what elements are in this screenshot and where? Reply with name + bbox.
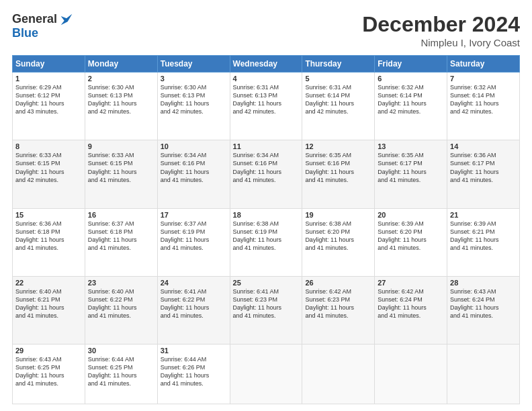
col-thursday: Thursday xyxy=(302,56,375,73)
header: General Blue December 2024 Nimpleu I, Iv… xyxy=(12,12,520,48)
day-number: 9 xyxy=(88,142,154,150)
day-number: 8 xyxy=(15,142,82,150)
location: Nimpleu I, Ivory Coast xyxy=(362,37,520,48)
table-row: 28Sunrise: 6:43 AMSunset: 6:24 PMDayligh… xyxy=(447,276,520,344)
table-row: 22Sunrise: 6:40 AMSunset: 6:21 PMDayligh… xyxy=(13,276,85,344)
table-row xyxy=(375,345,447,404)
logo-bird-icon xyxy=(60,13,73,26)
table-row: 9Sunrise: 6:33 AMSunset: 6:15 PMDaylight… xyxy=(85,140,157,208)
col-sunday: Sunday xyxy=(13,56,85,73)
day-info: Sunrise: 6:44 AMSunset: 6:26 PMDaylight:… xyxy=(161,355,227,388)
col-monday: Monday xyxy=(85,56,157,73)
day-number: 15 xyxy=(15,211,82,219)
day-info: Sunrise: 6:31 AMSunset: 6:13 PMDaylight:… xyxy=(233,83,300,116)
calendar-table: Sunday Monday Tuesday Wednesday Thursday… xyxy=(12,55,520,404)
table-row: 7Sunrise: 6:32 AMSunset: 6:14 PMDaylight… xyxy=(447,73,520,140)
day-info: Sunrise: 6:36 AMSunset: 6:17 PMDaylight:… xyxy=(450,151,517,184)
col-saturday: Saturday xyxy=(447,56,520,73)
day-info: Sunrise: 6:35 AMSunset: 6:17 PMDaylight:… xyxy=(378,151,444,184)
table-row: 19Sunrise: 6:38 AMSunset: 6:20 PMDayligh… xyxy=(302,208,375,276)
day-number: 24 xyxy=(161,279,227,287)
day-number: 23 xyxy=(88,279,154,287)
day-info: Sunrise: 6:30 AMSunset: 6:13 PMDaylight:… xyxy=(161,83,227,116)
table-row: 18Sunrise: 6:38 AMSunset: 6:19 PMDayligh… xyxy=(230,208,302,276)
table-row: 15Sunrise: 6:36 AMSunset: 6:18 PMDayligh… xyxy=(13,208,85,276)
day-info: Sunrise: 6:32 AMSunset: 6:14 PMDaylight:… xyxy=(378,83,444,116)
logo-general-text: General xyxy=(12,12,57,26)
day-info: Sunrise: 6:44 AMSunset: 6:25 PMDaylight:… xyxy=(88,355,154,388)
day-info: Sunrise: 6:35 AMSunset: 6:16 PMDaylight:… xyxy=(305,151,371,184)
day-info: Sunrise: 6:36 AMSunset: 6:18 PMDaylight:… xyxy=(15,220,82,253)
day-info: Sunrise: 6:41 AMSunset: 6:22 PMDaylight:… xyxy=(161,287,227,320)
day-number: 26 xyxy=(305,279,371,287)
day-info: Sunrise: 6:37 AMSunset: 6:19 PMDaylight:… xyxy=(161,220,227,253)
day-number: 10 xyxy=(161,142,227,150)
table-row xyxy=(447,345,520,404)
table-row: 1Sunrise: 6:29 AMSunset: 6:12 PMDaylight… xyxy=(13,73,85,140)
day-number: 2 xyxy=(88,75,154,83)
logo-blue-text: Blue xyxy=(12,26,38,40)
table-row: 5Sunrise: 6:31 AMSunset: 6:14 PMDaylight… xyxy=(302,73,375,140)
day-info: Sunrise: 6:40 AMSunset: 6:22 PMDaylight:… xyxy=(88,287,154,320)
day-number: 14 xyxy=(450,142,517,150)
day-number: 12 xyxy=(305,142,371,150)
day-number: 19 xyxy=(305,211,371,219)
day-number: 1 xyxy=(15,75,82,83)
day-info: Sunrise: 6:43 AMSunset: 6:25 PMDaylight:… xyxy=(15,355,82,388)
day-info: Sunrise: 6:38 AMSunset: 6:20 PMDaylight:… xyxy=(305,220,371,253)
day-info: Sunrise: 6:38 AMSunset: 6:19 PMDaylight:… xyxy=(233,220,300,253)
day-number: 7 xyxy=(450,75,517,83)
day-number: 3 xyxy=(161,75,227,83)
day-info: Sunrise: 6:31 AMSunset: 6:14 PMDaylight:… xyxy=(305,83,371,116)
day-number: 6 xyxy=(378,75,444,83)
table-row: 4Sunrise: 6:31 AMSunset: 6:13 PMDaylight… xyxy=(230,73,302,140)
day-number: 29 xyxy=(15,347,82,355)
day-number: 28 xyxy=(450,279,517,287)
table-row: 20Sunrise: 6:39 AMSunset: 6:20 PMDayligh… xyxy=(375,208,447,276)
day-number: 5 xyxy=(305,75,371,83)
day-info: Sunrise: 6:37 AMSunset: 6:18 PMDaylight:… xyxy=(88,220,154,253)
day-number: 25 xyxy=(233,279,300,287)
table-row: 25Sunrise: 6:41 AMSunset: 6:23 PMDayligh… xyxy=(230,276,302,344)
day-number: 20 xyxy=(378,211,444,219)
day-number: 16 xyxy=(88,211,154,219)
table-row: 2Sunrise: 6:30 AMSunset: 6:13 PMDaylight… xyxy=(85,73,157,140)
day-number: 11 xyxy=(233,142,300,150)
col-friday: Friday xyxy=(375,56,447,73)
day-info: Sunrise: 6:39 AMSunset: 6:21 PMDaylight:… xyxy=(450,220,517,253)
col-tuesday: Tuesday xyxy=(157,56,230,73)
table-row: 27Sunrise: 6:42 AMSunset: 6:24 PMDayligh… xyxy=(375,276,447,344)
title-area: December 2024 Nimpleu I, Ivory Coast xyxy=(362,12,520,48)
day-number: 13 xyxy=(378,142,444,150)
page: General Blue December 2024 Nimpleu I, Iv… xyxy=(0,0,532,411)
day-number: 27 xyxy=(378,279,444,287)
day-info: Sunrise: 6:42 AMSunset: 6:24 PMDaylight:… xyxy=(378,287,444,320)
table-row: 26Sunrise: 6:42 AMSunset: 6:23 PMDayligh… xyxy=(302,276,375,344)
table-row: 31Sunrise: 6:44 AMSunset: 6:26 PMDayligh… xyxy=(157,345,230,404)
day-number: 31 xyxy=(161,347,227,355)
table-row: 11Sunrise: 6:34 AMSunset: 6:16 PMDayligh… xyxy=(230,140,302,208)
day-number: 21 xyxy=(450,211,517,219)
table-row: 23Sunrise: 6:40 AMSunset: 6:22 PMDayligh… xyxy=(85,276,157,344)
table-row: 10Sunrise: 6:34 AMSunset: 6:16 PMDayligh… xyxy=(157,140,230,208)
day-number: 30 xyxy=(88,347,154,355)
table-row xyxy=(302,345,375,404)
day-number: 4 xyxy=(233,75,300,83)
day-number: 17 xyxy=(161,211,227,219)
month-title: December 2024 xyxy=(362,12,520,37)
day-number: 22 xyxy=(15,279,82,287)
table-row: 29Sunrise: 6:43 AMSunset: 6:25 PMDayligh… xyxy=(13,345,85,404)
table-row: 30Sunrise: 6:44 AMSunset: 6:25 PMDayligh… xyxy=(85,345,157,404)
day-info: Sunrise: 6:32 AMSunset: 6:14 PMDaylight:… xyxy=(450,83,517,116)
day-info: Sunrise: 6:43 AMSunset: 6:24 PMDaylight:… xyxy=(450,287,517,320)
table-row: 12Sunrise: 6:35 AMSunset: 6:16 PMDayligh… xyxy=(302,140,375,208)
logo: General Blue xyxy=(12,12,73,40)
day-info: Sunrise: 6:34 AMSunset: 6:16 PMDaylight:… xyxy=(161,151,227,184)
day-info: Sunrise: 6:40 AMSunset: 6:21 PMDaylight:… xyxy=(15,287,82,320)
table-row: 8Sunrise: 6:33 AMSunset: 6:15 PMDaylight… xyxy=(13,140,85,208)
table-row: 13Sunrise: 6:35 AMSunset: 6:17 PMDayligh… xyxy=(375,140,447,208)
day-info: Sunrise: 6:33 AMSunset: 6:15 PMDaylight:… xyxy=(15,151,82,184)
table-row: 3Sunrise: 6:30 AMSunset: 6:13 PMDaylight… xyxy=(157,73,230,140)
day-info: Sunrise: 6:39 AMSunset: 6:20 PMDaylight:… xyxy=(378,220,444,253)
day-info: Sunrise: 6:30 AMSunset: 6:13 PMDaylight:… xyxy=(88,83,154,116)
